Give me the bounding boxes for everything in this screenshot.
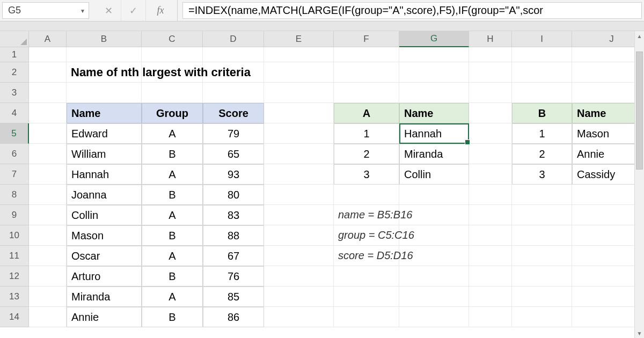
col-header-E[interactable]: E — [264, 31, 334, 47]
cell-C11[interactable]: A — [142, 246, 203, 266]
cell-D6[interactable]: 65 — [203, 144, 264, 164]
cell-F6[interactable]: 2 — [334, 144, 399, 164]
worksheet-grid[interactable]: ABCDEFGHIJ 1234567891011121314 Name of n… — [0, 31, 644, 338]
cancel-button[interactable]: ✕ — [97, 0, 121, 21]
cell-C13[interactable]: A — [142, 286, 203, 307]
cell-H13[interactable] — [469, 286, 512, 307]
row-header-6[interactable]: 6 — [0, 144, 29, 164]
cell-I6[interactable]: 2 — [512, 144, 572, 164]
col-header-J[interactable]: J — [572, 31, 644, 47]
cell-H1[interactable] — [469, 47, 512, 62]
cell-C6[interactable]: B — [142, 144, 203, 164]
cell-D14[interactable]: 86 — [203, 307, 264, 327]
cell-A11[interactable] — [29, 246, 67, 266]
cell-A12[interactable] — [29, 266, 67, 286]
cell-B8[interactable]: Joanna — [67, 185, 142, 205]
col-header-D[interactable]: D — [203, 31, 264, 47]
cell-A3[interactable] — [29, 83, 67, 103]
cell-C9[interactable]: A — [142, 205, 203, 225]
cell-J6[interactable]: Annie — [572, 144, 644, 164]
cell-H6[interactable] — [469, 144, 512, 164]
col-header-F[interactable]: F — [334, 31, 399, 47]
cell-F10[interactable]: group = C5:C16 — [334, 225, 399, 246]
cell-F8[interactable] — [334, 185, 399, 205]
cell-F2[interactable] — [334, 62, 399, 83]
cell-I11[interactable] — [512, 246, 572, 266]
cell-D3[interactable] — [203, 83, 264, 103]
cell-J7[interactable]: Cassidy — [572, 164, 644, 185]
cell-F7[interactable]: 3 — [334, 164, 399, 185]
cell-J2[interactable] — [572, 62, 644, 83]
cell-J3[interactable] — [572, 83, 644, 103]
dropdown-icon[interactable]: ▼ — [80, 8, 85, 13]
cell-A5[interactable] — [29, 123, 67, 144]
cell-B6[interactable]: William — [67, 144, 142, 164]
cell-B3[interactable] — [67, 83, 142, 103]
cell-I5[interactable]: 1 — [512, 123, 572, 144]
cell-H4[interactable] — [469, 103, 512, 123]
cell-I4[interactable]: B — [512, 103, 572, 123]
row-header-8[interactable]: 8 — [0, 185, 29, 205]
cell-A8[interactable] — [29, 185, 67, 205]
cell-B14[interactable]: Annie — [67, 307, 142, 327]
cell-A7[interactable] — [29, 164, 67, 185]
cell-H14[interactable] — [469, 307, 512, 327]
cell-A13[interactable] — [29, 286, 67, 307]
cell-F13[interactable] — [334, 286, 399, 307]
cell-G5[interactable]: Hannah — [399, 123, 469, 144]
cell-J4[interactable]: Name — [572, 103, 644, 123]
cell-E8[interactable] — [264, 185, 334, 205]
cell-C1[interactable] — [142, 47, 203, 62]
row-header-13[interactable]: 13 — [0, 286, 29, 307]
cell-E7[interactable] — [264, 164, 334, 185]
name-box[interactable]: G5 ▼ — [2, 2, 89, 19]
scroll-up-icon[interactable]: ▲ — [635, 31, 644, 41]
cell-E4[interactable] — [264, 103, 334, 123]
cell-B4[interactable]: Name — [67, 103, 142, 123]
cell-D11[interactable]: 67 — [203, 246, 264, 266]
cell-B10[interactable]: Mason — [67, 225, 142, 246]
cell-J5[interactable]: Mason — [572, 123, 644, 144]
cell-A10[interactable] — [29, 225, 67, 246]
cell-B7[interactable]: Hannah — [67, 164, 142, 185]
col-header-A[interactable]: A — [29, 31, 67, 47]
cell-J9[interactable] — [572, 205, 644, 225]
cell-F5[interactable]: 1 — [334, 123, 399, 144]
row-header-9[interactable]: 9 — [0, 205, 29, 225]
cell-F1[interactable] — [334, 47, 399, 62]
cell-G4[interactable]: Name — [399, 103, 469, 123]
scroll-thumb[interactable] — [636, 52, 643, 170]
cell-I10[interactable] — [512, 225, 572, 246]
cell-E3[interactable] — [264, 83, 334, 103]
cell-I13[interactable] — [512, 286, 572, 307]
cell-E2[interactable] — [264, 62, 334, 83]
cell-I1[interactable] — [512, 47, 572, 62]
cell-I14[interactable] — [512, 307, 572, 327]
cell-H8[interactable] — [469, 185, 512, 205]
select-all-corner[interactable] — [0, 31, 29, 47]
scroll-down-icon[interactable]: ▼ — [635, 328, 644, 338]
cell-B11[interactable]: Oscar — [67, 246, 142, 266]
cell-E12[interactable] — [264, 266, 334, 286]
cell-J14[interactable] — [572, 307, 644, 327]
cell-E13[interactable] — [264, 286, 334, 307]
cell-D12[interactable]: 76 — [203, 266, 264, 286]
cell-D1[interactable] — [203, 47, 264, 62]
cell-G1[interactable] — [399, 47, 469, 62]
col-header-I[interactable]: I — [512, 31, 572, 47]
row-header-1[interactable]: 1 — [0, 47, 29, 62]
cell-I9[interactable] — [512, 205, 572, 225]
cell-B5[interactable]: Edward — [67, 123, 142, 144]
cell-E11[interactable] — [264, 246, 334, 266]
cell-F9[interactable]: name = B5:B16 — [334, 205, 399, 225]
cell-J12[interactable] — [572, 266, 644, 286]
cell-C5[interactable]: A — [142, 123, 203, 144]
cell-C12[interactable]: B — [142, 266, 203, 286]
cell-D5[interactable]: 79 — [203, 123, 264, 144]
cell-H10[interactable] — [469, 225, 512, 246]
cell-D7[interactable]: 93 — [203, 164, 264, 185]
cell-D4[interactable]: Score — [203, 103, 264, 123]
cell-C8[interactable]: B — [142, 185, 203, 205]
cell-E6[interactable] — [264, 144, 334, 164]
cell-G2[interactable] — [399, 62, 469, 83]
